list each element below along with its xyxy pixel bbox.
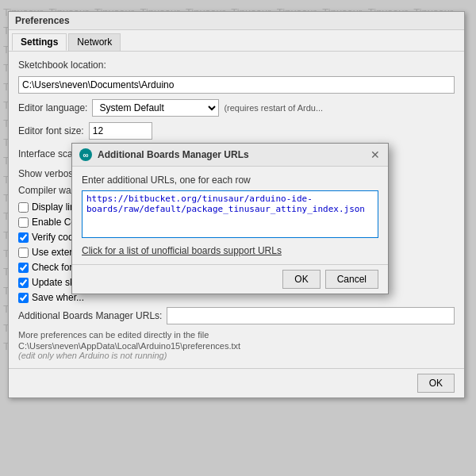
dialog-body: Enter additional URLs, one for each row … bbox=[72, 167, 388, 264]
unofficial-boards-link[interactable]: Click for a list of unofficial boards su… bbox=[82, 245, 378, 256]
dialog-cancel-button[interactable]: Cancel bbox=[325, 270, 378, 289]
dialog-title-left: ∞ Additional Boards Manager URLs bbox=[79, 148, 249, 162]
dialog-ok-button[interactable]: OK bbox=[282, 270, 320, 289]
dialog-footer: OK Cancel bbox=[72, 264, 388, 294]
url-manager-dialog: ∞ Additional Boards Manager URLs ✕ Enter… bbox=[71, 143, 389, 294]
dialog-title-text: Additional Boards Manager URLs bbox=[98, 149, 249, 160]
dialog-instruction: Enter additional URLs, one for each row bbox=[82, 175, 378, 186]
dialog-close-button[interactable]: ✕ bbox=[369, 149, 382, 160]
svg-text:∞: ∞ bbox=[83, 151, 88, 159]
dialog-overlay: ∞ Additional Boards Manager URLs ✕ Enter… bbox=[0, 0, 476, 476]
url-textarea[interactable]: https://bitbucket.org/tinusaur/arduino-i… bbox=[82, 190, 378, 238]
arduino-logo-icon: ∞ bbox=[79, 148, 93, 162]
dialog-titlebar: ∞ Additional Boards Manager URLs ✕ bbox=[72, 144, 388, 167]
